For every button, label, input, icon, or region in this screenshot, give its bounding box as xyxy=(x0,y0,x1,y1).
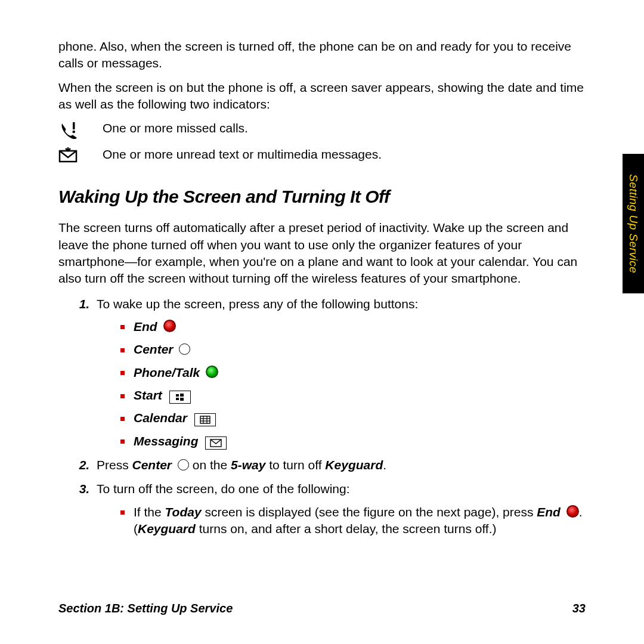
center-key-icon xyxy=(178,459,189,470)
message-icon xyxy=(58,146,88,163)
button-label: Phone/Talk xyxy=(134,366,200,379)
svg-rect-7 xyxy=(180,398,184,401)
footer-section-title: Section 1B: Setting Up Service xyxy=(58,600,233,617)
svg-point-1 xyxy=(72,131,75,134)
button-label: End xyxy=(134,320,157,333)
indicator-text: One or more unread text or multimedia me… xyxy=(103,146,586,163)
step-3-options: If the Today screen is displayed (see th… xyxy=(97,504,586,538)
steps-list: To wake up the screen, press any of the … xyxy=(58,296,586,538)
indicator-row-unread-messages: One or more unread text or multimedia me… xyxy=(58,146,586,163)
button-center: Center xyxy=(120,341,586,358)
center-key-icon xyxy=(179,343,190,355)
step-3: To turn off the screen, do one of the fo… xyxy=(93,481,586,537)
text: turns on, and after a short delay, the s… xyxy=(196,522,497,535)
text-bold: Today xyxy=(165,505,202,519)
side-tab: Setting Up Service xyxy=(623,154,644,293)
text: to turn off xyxy=(265,458,325,472)
button-label: Calendar xyxy=(134,411,187,425)
page-footer: Section 1B: Setting Up Service 33 xyxy=(58,600,586,617)
messaging-key-icon xyxy=(205,436,227,450)
text: screen is displayed (see the figure on t… xyxy=(202,505,537,519)
button-end: End xyxy=(120,318,586,335)
text: If the xyxy=(134,505,165,519)
step-1-buttons: End Center Phone/Talk Start xyxy=(97,318,586,450)
text: . xyxy=(383,458,386,472)
button-messaging: Messaging xyxy=(120,433,586,450)
text: on the xyxy=(193,458,231,472)
section-heading: Waking Up the Screen and Turning It Off xyxy=(58,185,586,209)
button-label: Messaging xyxy=(134,434,199,448)
button-label: Center xyxy=(134,342,174,356)
text: Press xyxy=(97,458,132,472)
step-1: To wake up the screen, press any of the … xyxy=(93,296,586,450)
button-phone-talk: Phone/Talk xyxy=(120,364,586,381)
svg-rect-0 xyxy=(73,122,75,129)
phone-talk-key-icon xyxy=(206,366,218,378)
indicator-row-missed-calls: One or more missed calls. xyxy=(58,120,586,139)
svg-rect-6 xyxy=(176,398,179,400)
start-key-icon xyxy=(169,391,191,404)
button-start: Start xyxy=(120,387,586,404)
end-key-icon xyxy=(566,505,579,518)
text-bold: Keyguard xyxy=(325,458,383,472)
button-calendar: Calendar xyxy=(120,410,586,426)
text-bold: Keyguard xyxy=(138,522,196,535)
text-bold: End xyxy=(537,505,561,519)
missed-call-icon xyxy=(58,120,88,139)
step-2: Press Center on the 5-way to turn off Ke… xyxy=(93,457,586,473)
svg-rect-5 xyxy=(180,394,184,397)
text-bold: 5-way xyxy=(231,458,265,472)
step-1-intro: To wake up the screen, press any of the … xyxy=(97,297,418,311)
calendar-key-icon xyxy=(194,413,216,426)
text-bold: Center xyxy=(132,458,172,472)
manual-page: phone. Also, when the screen is turned o… xyxy=(0,0,644,644)
intro-paragraph-2: When the screen is on but the phone is o… xyxy=(58,79,586,113)
footer-page-number: 33 xyxy=(572,600,586,617)
svg-rect-4 xyxy=(176,394,179,397)
step-3-option-1: If the Today screen is displayed (see th… xyxy=(120,504,586,538)
intro-paragraph-1: phone. Also, when the screen is turned o… xyxy=(58,38,586,72)
svg-rect-8 xyxy=(200,416,210,423)
indicator-text: One or more missed calls. xyxy=(103,120,586,137)
end-key-icon xyxy=(163,320,176,332)
button-label: Start xyxy=(134,388,162,402)
step-3-intro: To turn off the screen, do one of the fo… xyxy=(97,482,350,496)
section-body: The screen turns off automatically after… xyxy=(58,219,586,287)
